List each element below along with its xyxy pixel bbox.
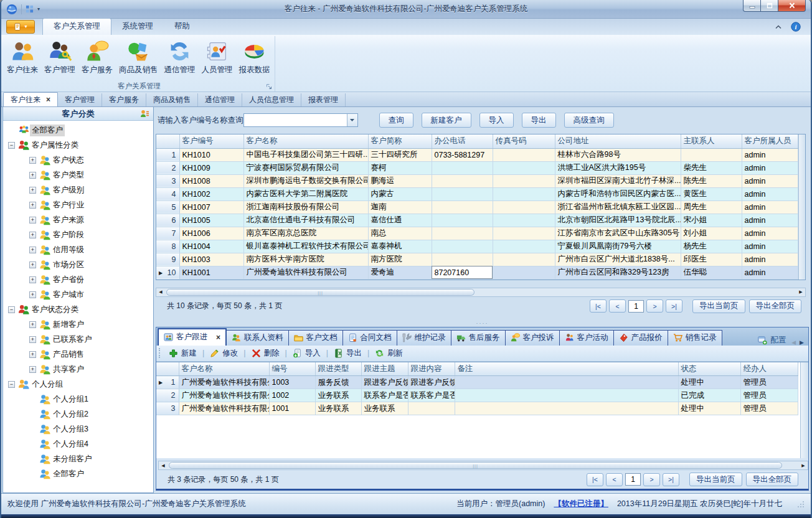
table-row[interactable]: 2广州爱奇迪软件科技有限公司1002业务联系联系客户是否...联系客户是否...… [156, 389, 798, 402]
document-tab[interactable]: 客户往来× [3, 92, 58, 106]
document-tab[interactable]: 商品及销售 [146, 93, 198, 106]
column-header[interactable]: 传真号码 [493, 134, 555, 148]
expand-icon[interactable]: + [29, 232, 36, 238]
tree-item[interactable]: 未分组客户 [3, 451, 153, 466]
action-button[interactable]: 高级查询 [564, 113, 614, 128]
scrollbar-thumb[interactable]: ||| [166, 289, 474, 296]
table-row[interactable]: ▶1广州爱奇迪软件科技有限公司1003服务反馈跟进客户反馈...跟进客户反馈..… [156, 376, 798, 389]
application-menu-button[interactable]: ▾ [6, 20, 35, 34]
table-row[interactable]: 3KH1008深圳市鹏海运电子数据交换有限公司鹏海运深圳市福田区深南大道北竹子林… [156, 174, 798, 187]
toolbar-button[interactable]: 修改 [207, 347, 241, 360]
related-tab[interactable]: 合同文档 [342, 330, 397, 346]
export-current-page-button[interactable]: 导出当前页 [692, 299, 745, 313]
ribbon-tab[interactable]: 客户关系管理 [42, 18, 111, 35]
first-page-button[interactable]: |< [587, 473, 603, 486]
info-icon[interactable]: i [791, 22, 801, 32]
related-tab[interactable]: 客户投诉 [505, 330, 560, 346]
tree-item[interactable]: 全部客户 [3, 466, 153, 481]
qat-dropdown-icon[interactable]: ▾ [37, 6, 40, 12]
table-row[interactable]: ▶10KH1001广州爱奇迪软件科技有限公司爱奇迪87207160广州市白云区同… [156, 266, 798, 279]
column-header[interactable]: 客户名称 [179, 362, 269, 376]
collapse-icon[interactable]: − [8, 306, 15, 313]
tree-item[interactable]: +客户阶段 [3, 227, 153, 242]
expand-icon[interactable]: + [29, 351, 36, 358]
action-button[interactable]: 导入 [479, 113, 514, 128]
last-page-button[interactable]: >| [666, 299, 682, 313]
ribbon-button[interactable]: 商品及销售 [116, 38, 161, 77]
action-button[interactable]: 导出 [522, 113, 556, 128]
expand-icon[interactable]: + [29, 261, 36, 268]
column-header[interactable]: 办公电话 [432, 134, 493, 148]
ribbon-tab[interactable]: 系统管理 [111, 19, 164, 35]
qat-grid-icon[interactable] [26, 5, 34, 13]
column-header[interactable]: 公司地址 [555, 134, 681, 148]
toolbar-grip[interactable] [159, 348, 162, 358]
tree-item[interactable]: −客户属性分类 [3, 138, 153, 153]
page-number-input[interactable] [625, 473, 641, 486]
tree-item[interactable]: −个人分组 [3, 377, 153, 392]
close-tab-icon[interactable]: × [216, 334, 220, 341]
expand-icon[interactable]: + [29, 187, 36, 194]
table-row[interactable]: 2KH1009宁波赛柯国际贸易有限公司赛柯洪塘工业A区洪大路195号柴先生adm… [156, 161, 798, 174]
collapse-icon[interactable]: − [8, 381, 15, 388]
related-tab[interactable]: 客户活动 [559, 330, 614, 346]
tree-item[interactable]: −客户状态分类 [3, 302, 153, 317]
column-header[interactable]: 客户所属人员 [742, 134, 798, 148]
tree-item[interactable]: +新增客户 [3, 317, 153, 332]
expand-icon[interactable]: + [29, 217, 36, 224]
tree-item[interactable]: 个人分组1 [3, 392, 153, 407]
expand-icon[interactable]: + [29, 202, 36, 209]
toolbar-button[interactable]: 导出 [331, 347, 365, 360]
related-tab[interactable]: 客户文档 [288, 330, 343, 346]
ribbon-button[interactable]: 报表数据 [236, 38, 273, 77]
action-button[interactable]: 新建客户 [422, 113, 471, 128]
column-header[interactable]: 跟进类型 [315, 362, 361, 376]
column-header[interactable]: 经办人 [740, 362, 798, 376]
table-row[interactable]: 6KH1005北京嘉信仕通电子科技有限公司嘉信仕通北京市朝阳区北苑路甲13号院北… [156, 214, 798, 227]
followup-grid-horizontal-scrollbar[interactable]: ◀ ||| ▶ [158, 461, 808, 470]
customers-grid-horizontal-scrollbar[interactable]: ◀ ||| ▶ [156, 288, 806, 297]
scroll-left-icon[interactable]: ◀ [159, 461, 168, 469]
column-header[interactable]: 备注 [455, 362, 678, 376]
tree-item[interactable]: +客户状态 [3, 153, 153, 167]
tree-item[interactable]: +客户来源 [3, 212, 153, 227]
ribbon-button[interactable]: 人员管理 [199, 38, 236, 77]
category-settings-icon[interactable] [139, 109, 149, 119]
tree-item[interactable]: +市场分区 [3, 257, 153, 272]
page-number-input[interactable] [628, 300, 644, 313]
toolbar-button[interactable]: 刷新 [372, 347, 406, 360]
first-page-button[interactable]: |< [590, 299, 607, 313]
table-row[interactable]: 5KH1007浙江迦南科技股份有限公司迦南浙江省温州市瓯北镇东瓯工业区园...周… [156, 200, 798, 214]
table-row[interactable]: 8KH1004银川嘉泰神机工程软件技术有限公司嘉泰神机宁夏银川凤凰南街79号六楼… [156, 240, 798, 253]
related-tab[interactable]: 维护记录 [397, 330, 451, 346]
toolbar-button[interactable]: 删除 [248, 347, 283, 360]
resize-grip-icon[interactable] [797, 501, 805, 508]
toolbar-button[interactable]: 导入 [290, 347, 324, 360]
tab-scroll-right-icon[interactable]: ▶ [798, 339, 806, 346]
scroll-left-icon[interactable]: ◀ [156, 288, 165, 296]
prev-page-button[interactable]: < [606, 473, 623, 486]
config-tab-button[interactable]: 配置 [754, 335, 790, 346]
column-header[interactable]: 客户编号 [179, 134, 243, 148]
search-input[interactable] [244, 114, 347, 126]
related-tab[interactable]: 售后服务 [451, 330, 506, 346]
expand-icon[interactable]: + [29, 336, 36, 343]
table-row[interactable]: 3广州爱奇迪软件科技有限公司1001业务联系业务联系处理中管理员 [156, 402, 798, 415]
column-header[interactable]: 跟进内容 [408, 362, 455, 376]
tree-item[interactable]: +共享客户 [3, 362, 153, 377]
tree-item[interactable]: 个人分组3 [3, 421, 153, 436]
last-page-button[interactable]: >| [663, 473, 679, 486]
tree-item[interactable]: +客户省份 [3, 272, 153, 287]
tree-item[interactable]: +信用等级 [3, 242, 153, 257]
ribbon-button[interactable]: 客户服务 [78, 38, 116, 77]
expand-icon[interactable]: + [29, 276, 36, 283]
minimize-button[interactable] [743, 0, 761, 12]
tree-item[interactable]: 个人分组4 [3, 436, 153, 451]
close-tab-icon[interactable]: × [46, 96, 50, 103]
toolbar-button[interactable]: 新建 [166, 347, 200, 360]
expand-icon[interactable]: + [29, 366, 36, 373]
dialog-launcher-icon[interactable] [266, 83, 272, 90]
prev-page-button[interactable]: < [609, 299, 626, 313]
ribbon-button[interactable]: 通信管理 [161, 38, 199, 77]
tree-item[interactable]: +客户城市 [3, 287, 153, 302]
